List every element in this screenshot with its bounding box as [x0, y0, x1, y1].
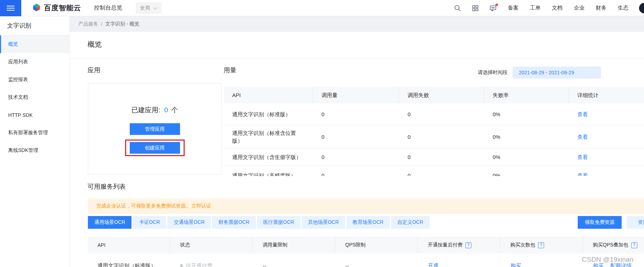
services-col-qps-limit: QPS限制 [335, 237, 418, 254]
service-status: 待开通付费 [170, 254, 253, 267]
usage-table-row: 通用文字识别（高精度版） 0 0 0% 查看 [224, 166, 644, 176]
services-col-postpaid-label: 开通按量后付费 [428, 242, 463, 248]
certification-banner: 完成企业认证，可领取更多免费测试资源。 立即认证 [88, 198, 644, 214]
usage-table-header: API 调用量 调用失败 失败率 详细统计 [224, 87, 644, 103]
usage-failed-value: 0 [399, 125, 484, 148]
application-summary-card: 已建应用: 0 个 管理应用 创建应用 [88, 83, 222, 175]
usage-api-name: 通用文字识别（标准版） [224, 103, 313, 125]
usage-api-name: 通用文字识别（高精度版） [224, 166, 313, 176]
usage-fail-rate-value: 0% [484, 125, 569, 148]
tab-medical-ocr[interactable]: 医疗票据OCR [257, 216, 301, 229]
services-table-row: 通用文字识别（标准版） 待开通付费 -- -- 开通 购买 购买 配额详情 [88, 254, 644, 267]
view-detail-link[interactable]: 查看 [577, 110, 588, 118]
help-icon[interactable]: ? [538, 242, 544, 248]
region-value: 全局 [140, 5, 150, 11]
sidebar-title: 文字识别 [0, 16, 69, 35]
created-apps-count: 0 [164, 106, 168, 114]
apps-grid-icon[interactable] [472, 5, 479, 12]
services-col-qps-package-label: 购买QPS叠加包 [593, 242, 628, 248]
services-col-status: 状态 [170, 237, 253, 254]
usage-section-heading: 用量 [224, 66, 236, 74]
services-section-heading: 可用服务列表 [88, 182, 126, 191]
sidebar-item-app-list[interactable]: 应用列表 [0, 53, 69, 71]
brand-cube-icon [32, 3, 41, 13]
message-icon[interactable] [489, 5, 497, 12]
service-qps-limit: -- [335, 254, 418, 267]
tab-traffic-ocr[interactable]: 交通场景OCR [167, 216, 211, 229]
tab-general-ocr[interactable]: 通用场景OCR [88, 216, 131, 229]
services-table-header: API 状态 调用量限制 QPS限制 开通按量后付费 ? 购买次数包 ? 购买Q… [88, 237, 644, 254]
brand-logo[interactable]: 百度智能云 [32, 3, 81, 13]
nav-item-beian[interactable]: 备案 [508, 5, 519, 11]
created-apps-label: 已建应用: [131, 106, 160, 114]
services-col-count-package: 购买次数包 ? [500, 237, 583, 254]
usage-col-fail-rate: 失败率 [484, 87, 569, 103]
link-divider [607, 263, 607, 267]
date-range-picker[interactable]: 2021-08-29 - 2021-08-29 [513, 67, 601, 79]
tab-education-ocr[interactable]: 教育场景OCR [346, 216, 390, 229]
brand-name: 百度智能云 [44, 3, 81, 13]
avatar[interactable] [639, 3, 644, 13]
help-icon[interactable]: ? [465, 242, 471, 248]
services-col-postpaid: 开通按量后付费 ? [418, 237, 500, 254]
tab-other-ocr[interactable]: 其他场景OCR [302, 216, 345, 229]
period-label: 请选择时间段 [478, 69, 508, 76]
ocr-category-tabs: 通用场景OCR 卡证OCR 交通场景OCR 财务票据OCR 医疗票据OCR 其他… [88, 216, 431, 229]
nav-item-enterprise[interactable]: 企业 [574, 5, 584, 11]
region-selector[interactable]: 全局 [136, 2, 162, 14]
quota-detail-link[interactable]: 配额详情 [610, 262, 632, 267]
tab-card-ocr[interactable]: 卡证OCR [133, 216, 166, 229]
create-app-button[interactable]: 创建应用 [130, 142, 180, 154]
baidu-cloud-console: 百度智能云 控制台总览 全局 备案 工单 [0, 0, 644, 267]
nav-item-docs[interactable]: 文档 [552, 5, 562, 11]
service-quota-limit: -- [253, 254, 335, 267]
resource-list-button[interactable]: 资源列表 [627, 216, 644, 229]
manage-app-button[interactable]: 管理应用 [130, 123, 180, 135]
nav-item-ticket[interactable]: 工单 [530, 5, 541, 11]
tab-finance-ocr[interactable]: 财务票据OCR [212, 216, 256, 229]
sidebar-item-overview[interactable]: 概览 [0, 35, 69, 53]
services-col-qps-package: 购买QPS叠加包 ? [583, 237, 644, 254]
usage-col-failed: 调用失败 [399, 87, 484, 103]
claim-free-resource-button[interactable]: 领取免费资源 [578, 216, 622, 229]
sidebar-item-monitor-report[interactable]: 监控报表 [0, 71, 69, 89]
breadcrumb-separator: / [101, 21, 102, 27]
tab-custom-ocr[interactable]: 自定义OCR [391, 216, 430, 229]
created-apps-line: 已建应用: 0 个 [131, 106, 178, 115]
sidebar-item-offline-sdk[interactable]: 离线SDK管理 [0, 142, 69, 159]
usage-calls-value: 0 [313, 103, 399, 125]
chevron-down-icon [153, 5, 157, 11]
usage-table: API 调用量 调用失败 失败率 详细统计 通用文字识别（标准版） 0 0 0%… [224, 87, 644, 176]
help-icon[interactable]: ? [631, 242, 637, 248]
search-icon[interactable] [454, 5, 461, 12]
breadcrumb-parent[interactable]: 产品服务 [78, 21, 98, 27]
sidebar-item-tech-docs[interactable]: 技术文档 [0, 89, 69, 106]
annotation-red-box: 创建应用 [125, 140, 185, 156]
buy-qps-package-link[interactable]: 购买 [593, 262, 604, 267]
sidebar-item-private-deploy[interactable]: 私有部署服务管理 [0, 124, 69, 142]
console-overview-link[interactable]: 控制台总览 [94, 4, 122, 12]
activate-link[interactable]: 开通 [428, 262, 438, 267]
services-col-api: API [88, 237, 170, 254]
nav-item-finance[interactable]: 财务 [596, 5, 606, 11]
sidebar-item-http-sdk[interactable]: HTTP SDK [0, 106, 69, 124]
title-divider [70, 58, 644, 59]
view-detail-link[interactable]: 查看 [577, 153, 588, 161]
usage-calls-value: 0 [313, 125, 399, 148]
usage-col-detail: 详细统计 [569, 87, 644, 103]
created-apps-suffix: 个 [171, 106, 178, 114]
breadcrumb: 产品服务 / 文字识别 - 概览 [70, 16, 644, 32]
usage-fail-rate-value: 0% [484, 149, 569, 165]
view-detail-link[interactable]: 查看 [577, 133, 588, 141]
sidebar: 文字识别 概览 应用列表 监控报表 技术文档 HTTP SDK 私有部署服务管理… [0, 16, 70, 267]
buy-count-package-link[interactable]: 购买 [510, 262, 521, 267]
certify-now-link[interactable]: 立即认证 [191, 203, 211, 209]
hamburger-menu-icon[interactable] [0, 0, 21, 16]
services-col-count-package-label: 购买次数包 [510, 242, 535, 248]
breadcrumb-current: 文字识别 - 概览 [105, 21, 139, 27]
nav-item-ecosystem[interactable]: 生态 [618, 5, 628, 11]
view-detail-link[interactable]: 查看 [577, 172, 588, 176]
usage-table-row: 通用文字识别（标准版） 0 0 0% 查看 [224, 103, 644, 125]
usage-fail-rate-value: 0% [484, 103, 569, 125]
status-dot-icon [180, 264, 183, 267]
